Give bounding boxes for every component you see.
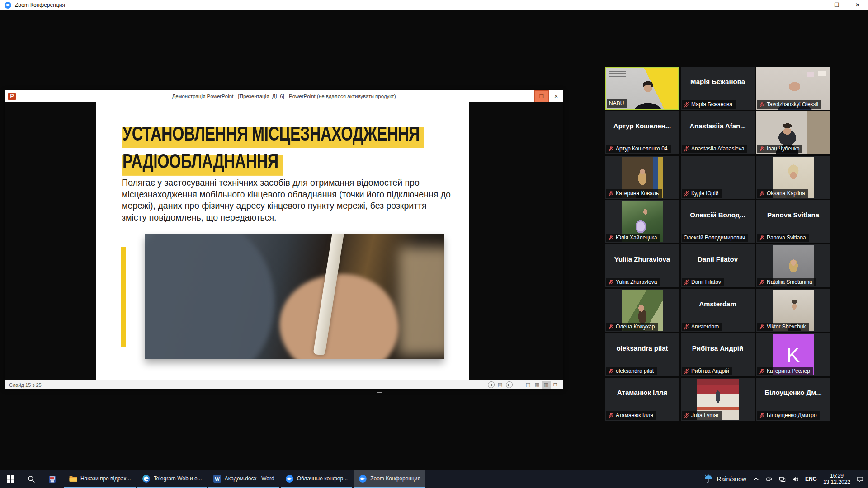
muted-mic-icon — [608, 235, 614, 241]
medoc-floppy-app-icon[interactable] — [42, 470, 62, 488]
participant-tile[interactable]: Артур Кошелен...Артур Кошеленко 04 — [605, 111, 679, 154]
participant-tile[interactable]: Іван Чубенко — [756, 111, 830, 154]
participant-tile[interactable]: Oksana Kaplina — [756, 156, 830, 199]
participant-display-name: Yuliia Zhuravlova — [607, 255, 677, 263]
participant-tile[interactable]: Юлія Хайлецька — [605, 200, 679, 243]
participant-tile[interactable]: Yuliia ZhuravlovaYuliia Zhuravlova — [605, 244, 679, 287]
participant-name-tag: Amsterdam — [682, 323, 722, 331]
speaker-icon[interactable] — [792, 476, 799, 483]
tray-time: 16:29 — [823, 473, 850, 479]
system-tray: Rain/snow ENG 16:29 13.12.2022 — [703, 470, 868, 488]
participant-tile[interactable]: Білоущенко Дм...Білоущенко Дмитро — [756, 378, 830, 421]
participant-name-tag: Viktor Shevchuk — [757, 323, 809, 331]
participant-name-label: Julia Lymar — [691, 412, 719, 418]
participant-display-name: Panova Svitlana — [758, 211, 828, 219]
muted-mic-icon — [608, 368, 614, 374]
participant-name-label: Amsterdam — [691, 324, 719, 330]
participant-tile[interactable]: Атаманюк ІлляАтаманюк Ілля — [605, 378, 679, 421]
action-center-icon[interactable] — [857, 476, 863, 483]
participant-display-name: Білоущенко Дм... — [758, 389, 828, 396]
tray-expand-chevron-icon[interactable] — [753, 476, 760, 483]
participant-tile[interactable]: Julia Lymar — [681, 378, 755, 421]
slide-body-text: Полягає у застосуванні технічних засобів… — [122, 177, 454, 223]
participant-display-name: Рибітва Андрій — [683, 344, 753, 352]
minimize-button[interactable]: – — [806, 0, 826, 10]
participant-tile[interactable]: Олена Кожухар — [605, 289, 679, 332]
participant-display-name: Олексій Волод... — [683, 211, 753, 219]
participant-name-label: NABU — [609, 100, 624, 107]
muted-mic-icon — [759, 146, 765, 152]
mouse-cursor — [377, 392, 382, 393]
slide-title: УСТАНОВЛЕННЯ МІСЦЕЗНАХОДЖЕННЯ РАДІООБЛАД… — [122, 120, 424, 176]
participant-tile[interactable]: Danil FilatovDanil Filatov — [681, 244, 755, 287]
ppt-restore-button[interactable]: ❐ — [534, 90, 549, 102]
view-slideshow-button[interactable]: ⊡ — [551, 381, 560, 389]
close-button[interactable]: ✕ — [847, 0, 868, 10]
participant-name-tag: Олексій Володимирович — [682, 234, 748, 242]
slide-title-line1: УСТАНОВЛЕННЯ МІСЦЕЗНАХОДЖЕННЯ — [122, 120, 424, 148]
view-slide-sorter-button[interactable]: ▦ — [533, 381, 542, 389]
muted-mic-icon — [684, 102, 689, 108]
taskbar-app-zoom-4[interactable]: Zoom Конференция — [354, 470, 425, 488]
slide-counter: Слайд 15 з 25 — [9, 382, 42, 388]
keyboard-language[interactable]: ENG — [805, 476, 817, 482]
participant-tile[interactable]: Nataliia Smetanina — [756, 244, 830, 287]
participant-tile[interactable]: AmsterdamAmsterdam — [681, 289, 755, 332]
participant-name-tag: Danil Filatov — [682, 278, 724, 286]
participant-tile[interactable]: Anastasiia Afan...Anastasiia Afanasieva — [681, 111, 755, 154]
participant-tile[interactable]: Viktor Shevchuk — [756, 289, 830, 332]
participant-name-tag: Катерина Реслер — [757, 367, 813, 375]
taskbar-app-edge-1[interactable]: Telegram Web и е... — [137, 470, 207, 488]
participant-tile[interactable]: Tavolzhanskyi Oleksii — [756, 67, 830, 110]
participant-name-tag: Іван Чубенко — [757, 145, 802, 153]
participant-name-label: Катерина Коваль — [616, 190, 659, 197]
muted-mic-icon — [759, 413, 765, 418]
participant-name-tag: Білоущенко Дмитро — [757, 411, 820, 420]
participant-tile[interactable]: Рибітва АндрійРибітва Андрій — [681, 333, 755, 376]
participant-name-label: Nataliia Smetanina — [767, 279, 812, 285]
participant-name-tag: NABU — [607, 99, 627, 108]
ppt-close-button[interactable]: ✕ — [549, 90, 563, 102]
participant-tile[interactable]: KКатерина Реслер — [756, 333, 830, 376]
network-icon[interactable] — [779, 476, 786, 483]
participant-tile[interactable]: NABU — [605, 67, 679, 110]
next-slide-button[interactable]: ▶ — [505, 381, 514, 389]
start-button[interactable] — [0, 470, 21, 488]
restore-button[interactable]: ❐ — [826, 0, 847, 10]
meet-now-camera-icon[interactable] — [766, 476, 773, 483]
pen-menu-glyph: ▤ — [498, 382, 502, 388]
view-reading-button[interactable]: ▥ — [542, 381, 551, 389]
taskbar-app-folder-0[interactable]: Накази про відрах... — [64, 470, 136, 488]
participant-name-label: Рибітва Андрій — [691, 368, 729, 374]
muted-mic-icon — [759, 368, 765, 374]
participant-tile[interactable]: Олексій Волод...Олексій Володимирович — [681, 200, 755, 243]
participant-name-tag: Артур Кошеленко 04 — [606, 145, 671, 153]
view-normal-button[interactable]: ◫ — [524, 381, 533, 389]
taskbar-app-zoom-3[interactable]: Облачные конфер... — [281, 470, 353, 488]
participant-tile[interactable]: Марія БєжановаМарія Бєжанова — [681, 67, 755, 110]
participant-name-tag: Tavolzhanskyi Oleksii — [757, 100, 821, 109]
taskbar-app-word-2[interactable]: WАкадем.docx - Word — [208, 470, 279, 488]
muted-mic-icon — [608, 279, 614, 285]
participant-name-label: Viktor Shevchuk — [767, 324, 806, 330]
participant-name-label: Олексій Володимирович — [684, 235, 745, 241]
participant-tile[interactable]: Кудін Юрій — [681, 156, 755, 199]
clock[interactable]: 16:29 13.12.2022 — [823, 473, 850, 485]
previous-slide-button[interactable]: ◀ — [486, 381, 495, 389]
participant-name-label: Юлія Хайлецька — [616, 235, 657, 241]
view-slideshow-glyph: ⊡ — [553, 382, 557, 388]
view-reading-glyph: ▥ — [544, 382, 548, 388]
search-icon[interactable] — [21, 470, 42, 488]
participant-tile[interactable]: Panova SvitlanaPanova Svitlana — [756, 200, 830, 243]
ppt-minimize-button[interactable]: – — [520, 90, 534, 102]
participant-name-tag: Юлія Хайлецька — [606, 234, 660, 242]
slide-photo-hand-with-phone — [145, 234, 444, 359]
participant-tile[interactable]: Катерина Коваль — [605, 156, 679, 199]
pen-menu-button[interactable]: ▤ — [495, 381, 505, 389]
muted-mic-icon — [608, 413, 614, 418]
weather-widget[interactable]: Rain/snow — [703, 474, 746, 484]
participant-tile[interactable]: oleksandra pilatoleksandra pilat — [605, 333, 679, 376]
muted-mic-icon — [684, 368, 689, 374]
muted-mic-icon — [608, 191, 614, 197]
participant-name-label: Yuliia Zhuravlova — [616, 279, 657, 285]
